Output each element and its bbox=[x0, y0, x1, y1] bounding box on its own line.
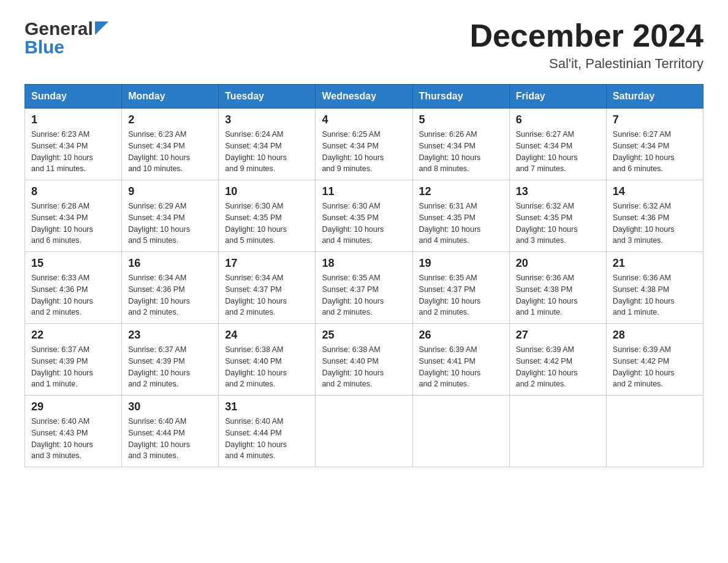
table-row: 7 Sunrise: 6:27 AMSunset: 4:34 PMDayligh… bbox=[606, 109, 703, 180]
day-number: 18 bbox=[322, 257, 406, 270]
svg-marker-0 bbox=[95, 21, 108, 35]
table-row: 26 Sunrise: 6:39 AMSunset: 4:41 PMDaylig… bbox=[412, 324, 509, 396]
day-number: 15 bbox=[31, 257, 115, 270]
logo-first-line: General bbox=[25, 18, 108, 39]
day-number: 2 bbox=[128, 113, 212, 126]
logo-blue-text: Blue bbox=[25, 37, 108, 58]
table-row: 22 Sunrise: 6:37 AMSunset: 4:39 PMDaylig… bbox=[25, 324, 122, 396]
table-row: 14 Sunrise: 6:32 AMSunset: 4:36 PMDaylig… bbox=[606, 180, 703, 252]
header-saturday: Saturday bbox=[606, 85, 703, 109]
day-number: 1 bbox=[31, 113, 115, 126]
day-number: 9 bbox=[128, 185, 212, 198]
day-number: 29 bbox=[31, 400, 115, 413]
header-sunday: Sunday bbox=[25, 85, 122, 109]
table-row: 15 Sunrise: 6:33 AMSunset: 4:36 PMDaylig… bbox=[25, 252, 122, 324]
table-row: 10 Sunrise: 6:30 AMSunset: 4:35 PMDaylig… bbox=[219, 180, 316, 252]
day-number: 27 bbox=[516, 329, 600, 342]
day-info: Sunrise: 6:37 AMSunset: 4:39 PMDaylight:… bbox=[31, 344, 115, 390]
day-info: Sunrise: 6:23 AMSunset: 4:34 PMDaylight:… bbox=[128, 129, 212, 175]
day-info: Sunrise: 6:34 AMSunset: 4:37 PMDaylight:… bbox=[225, 272, 309, 318]
day-info: Sunrise: 6:40 AMSunset: 4:44 PMDaylight:… bbox=[128, 416, 212, 462]
header-thursday: Thursday bbox=[412, 85, 509, 109]
day-number: 30 bbox=[128, 400, 212, 413]
table-row: 30 Sunrise: 6:40 AMSunset: 4:44 PMDaylig… bbox=[122, 396, 219, 467]
day-number: 8 bbox=[31, 185, 115, 198]
day-info: Sunrise: 6:23 AMSunset: 4:34 PMDaylight:… bbox=[31, 129, 115, 175]
day-number: 21 bbox=[613, 257, 697, 270]
day-info: Sunrise: 6:30 AMSunset: 4:35 PMDaylight:… bbox=[322, 201, 406, 247]
day-info: Sunrise: 6:26 AMSunset: 4:34 PMDaylight:… bbox=[419, 129, 503, 175]
day-info: Sunrise: 6:33 AMSunset: 4:36 PMDaylight:… bbox=[31, 272, 115, 318]
table-row: 18 Sunrise: 6:35 AMSunset: 4:37 PMDaylig… bbox=[316, 252, 412, 324]
table-row: 6 Sunrise: 6:27 AMSunset: 4:34 PMDayligh… bbox=[509, 109, 606, 180]
table-row: 5 Sunrise: 6:26 AMSunset: 4:34 PMDayligh… bbox=[412, 109, 509, 180]
day-number: 6 bbox=[516, 113, 600, 126]
day-number: 28 bbox=[613, 329, 697, 342]
calendar-week-3: 15 Sunrise: 6:33 AMSunset: 4:36 PMDaylig… bbox=[25, 252, 703, 324]
table-row: 23 Sunrise: 6:37 AMSunset: 4:39 PMDaylig… bbox=[122, 324, 219, 396]
day-info: Sunrise: 6:39 AMSunset: 4:42 PMDaylight:… bbox=[516, 344, 600, 390]
table-row: 21 Sunrise: 6:36 AMSunset: 4:38 PMDaylig… bbox=[606, 252, 703, 324]
day-info: Sunrise: 6:32 AMSunset: 4:35 PMDaylight:… bbox=[516, 201, 600, 247]
day-number: 7 bbox=[613, 113, 697, 126]
day-info: Sunrise: 6:31 AMSunset: 4:35 PMDaylight:… bbox=[419, 201, 503, 247]
table-row: 28 Sunrise: 6:39 AMSunset: 4:42 PMDaylig… bbox=[606, 324, 703, 396]
table-row: 11 Sunrise: 6:30 AMSunset: 4:35 PMDaylig… bbox=[316, 180, 412, 252]
day-info: Sunrise: 6:27 AMSunset: 4:34 PMDaylight:… bbox=[613, 129, 697, 175]
table-row bbox=[509, 396, 606, 467]
location: Sal'it, Palestinian Territory bbox=[469, 56, 703, 72]
table-row: 1 Sunrise: 6:23 AMSunset: 4:34 PMDayligh… bbox=[25, 109, 122, 180]
month-title: December 2024 bbox=[469, 18, 703, 53]
table-row: 29 Sunrise: 6:40 AMSunset: 4:43 PMDaylig… bbox=[25, 396, 122, 467]
day-info: Sunrise: 6:30 AMSunset: 4:35 PMDaylight:… bbox=[225, 201, 309, 247]
day-number: 4 bbox=[322, 113, 406, 126]
day-info: Sunrise: 6:24 AMSunset: 4:34 PMDaylight:… bbox=[225, 129, 309, 175]
day-info: Sunrise: 6:38 AMSunset: 4:40 PMDaylight:… bbox=[225, 344, 309, 390]
table-row: 9 Sunrise: 6:29 AMSunset: 4:34 PMDayligh… bbox=[122, 180, 219, 252]
table-row: 17 Sunrise: 6:34 AMSunset: 4:37 PMDaylig… bbox=[219, 252, 316, 324]
logo: General Blue bbox=[25, 18, 108, 58]
day-number: 23 bbox=[128, 329, 212, 342]
day-info: Sunrise: 6:37 AMSunset: 4:39 PMDaylight:… bbox=[128, 344, 212, 390]
header-tuesday: Tuesday bbox=[219, 85, 316, 109]
calendar-table: Sunday Monday Tuesday Wednesday Thursday… bbox=[25, 84, 703, 467]
table-row: 19 Sunrise: 6:35 AMSunset: 4:37 PMDaylig… bbox=[412, 252, 509, 324]
day-number: 25 bbox=[322, 329, 406, 342]
day-number: 17 bbox=[225, 257, 309, 270]
day-number: 20 bbox=[516, 257, 600, 270]
day-info: Sunrise: 6:35 AMSunset: 4:37 PMDaylight:… bbox=[419, 272, 503, 318]
day-number: 10 bbox=[225, 185, 309, 198]
day-info: Sunrise: 6:35 AMSunset: 4:37 PMDaylight:… bbox=[322, 272, 406, 318]
header-monday: Monday bbox=[122, 85, 219, 109]
title-section: December 2024 Sal'it, Palestinian Territ… bbox=[469, 18, 703, 72]
day-info: Sunrise: 6:36 AMSunset: 4:38 PMDaylight:… bbox=[516, 272, 600, 318]
logo-general-text: General bbox=[25, 18, 93, 39]
day-number: 12 bbox=[419, 185, 503, 198]
table-row bbox=[412, 396, 509, 467]
header-wednesday: Wednesday bbox=[316, 85, 412, 109]
calendar-week-5: 29 Sunrise: 6:40 AMSunset: 4:43 PMDaylig… bbox=[25, 396, 703, 467]
day-info: Sunrise: 6:39 AMSunset: 4:42 PMDaylight:… bbox=[613, 344, 697, 390]
calendar-week-2: 8 Sunrise: 6:28 AMSunset: 4:34 PMDayligh… bbox=[25, 180, 703, 252]
day-number: 16 bbox=[128, 257, 212, 270]
header-friday: Friday bbox=[509, 85, 606, 109]
day-number: 22 bbox=[31, 329, 115, 342]
calendar-week-1: 1 Sunrise: 6:23 AMSunset: 4:34 PMDayligh… bbox=[25, 109, 703, 180]
table-row: 13 Sunrise: 6:32 AMSunset: 4:35 PMDaylig… bbox=[509, 180, 606, 252]
day-number: 19 bbox=[419, 257, 503, 270]
day-number: 11 bbox=[322, 185, 406, 198]
day-info: Sunrise: 6:27 AMSunset: 4:34 PMDaylight:… bbox=[516, 129, 600, 175]
table-row: 8 Sunrise: 6:28 AMSunset: 4:34 PMDayligh… bbox=[25, 180, 122, 252]
day-info: Sunrise: 6:28 AMSunset: 4:34 PMDaylight:… bbox=[31, 201, 115, 247]
logo-triangle-icon bbox=[95, 21, 108, 35]
table-row: 25 Sunrise: 6:38 AMSunset: 4:40 PMDaylig… bbox=[316, 324, 412, 396]
day-number: 26 bbox=[419, 329, 503, 342]
day-number: 3 bbox=[225, 113, 309, 126]
table-row bbox=[606, 396, 703, 467]
day-info: Sunrise: 6:25 AMSunset: 4:34 PMDaylight:… bbox=[322, 129, 406, 175]
day-info: Sunrise: 6:38 AMSunset: 4:40 PMDaylight:… bbox=[322, 344, 406, 390]
day-info: Sunrise: 6:36 AMSunset: 4:38 PMDaylight:… bbox=[613, 272, 697, 318]
day-info: Sunrise: 6:40 AMSunset: 4:43 PMDaylight:… bbox=[31, 416, 115, 462]
calendar-header-row: Sunday Monday Tuesday Wednesday Thursday… bbox=[25, 85, 703, 109]
table-row: 12 Sunrise: 6:31 AMSunset: 4:35 PMDaylig… bbox=[412, 180, 509, 252]
